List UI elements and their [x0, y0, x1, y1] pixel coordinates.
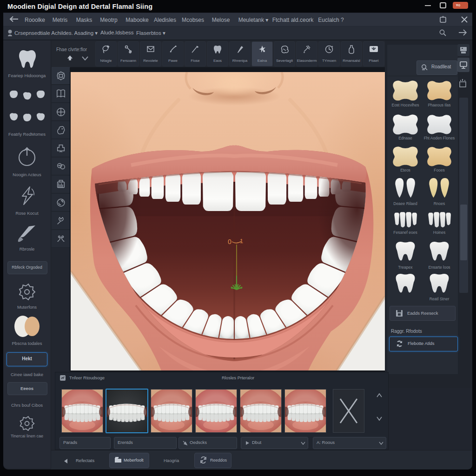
svg-text:0: 0: [228, 238, 231, 245]
svg-text:1: 1: [240, 238, 243, 245]
